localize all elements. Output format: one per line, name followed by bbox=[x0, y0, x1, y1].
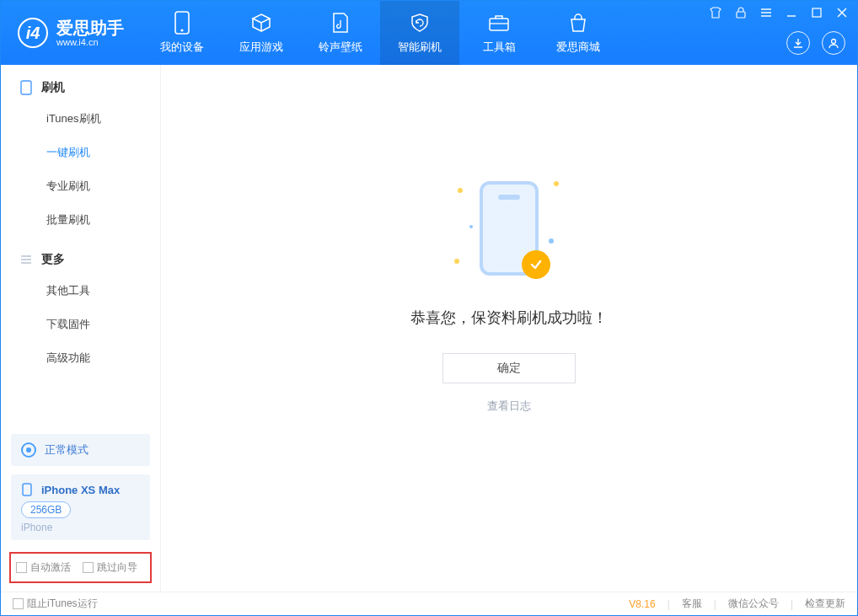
nav-label: 爱思商城 bbox=[556, 40, 600, 55]
sidebar-item-itunes-flash[interactable]: iTunes刷机 bbox=[1, 102, 160, 136]
sidebar-item-pro-flash[interactable]: 专业刷机 bbox=[1, 169, 160, 203]
nav-apps-games[interactable]: 应用游戏 bbox=[222, 1, 301, 65]
svg-rect-7 bbox=[23, 484, 31, 495]
checkbox-box-icon bbox=[13, 598, 24, 609]
success-illustration bbox=[454, 174, 564, 284]
sidebar-item-download-firmware[interactable]: 下载固件 bbox=[1, 308, 160, 341]
checkbox-box-icon bbox=[16, 562, 27, 573]
app-url: www.i4.cn bbox=[56, 37, 124, 47]
tshirt-icon[interactable] bbox=[707, 4, 724, 21]
top-nav: 我的设备 应用游戏 铃声壁纸 智能刷机 工具箱 bbox=[142, 1, 618, 65]
window-controls bbox=[707, 4, 850, 21]
music-file-icon bbox=[329, 11, 352, 35]
device-name: iPhone XS Max bbox=[41, 484, 120, 496]
group-label: 更多 bbox=[41, 252, 65, 267]
success-message: 恭喜您，保资料刷机成功啦！ bbox=[410, 308, 608, 328]
svg-point-1 bbox=[180, 29, 183, 31]
header-actions bbox=[786, 31, 845, 55]
device-card[interactable]: iPhone XS Max 256GB iPhone bbox=[11, 474, 150, 540]
menu-icon[interactable] bbox=[758, 4, 775, 21]
phone-small-icon bbox=[21, 483, 35, 496]
checkbox-box-icon bbox=[83, 562, 94, 573]
device-icon bbox=[19, 81, 33, 94]
nav-my-device[interactable]: 我的设备 bbox=[142, 1, 222, 65]
app-name: 爱思助手 bbox=[56, 19, 124, 37]
support-link[interactable]: 客服 bbox=[682, 597, 702, 611]
nav-label: 我的设备 bbox=[160, 40, 204, 55]
briefcase-icon bbox=[487, 11, 511, 35]
nav-label: 铃声壁纸 bbox=[319, 40, 362, 55]
svg-rect-3 bbox=[737, 12, 745, 18]
sidebar-group-more: 更多 bbox=[1, 237, 160, 274]
shopping-bag-icon bbox=[566, 11, 590, 35]
svg-rect-2 bbox=[490, 19, 508, 30]
svg-rect-6 bbox=[21, 81, 31, 94]
logo-text: 爱思助手 www.i4.cn bbox=[56, 19, 124, 47]
cube-icon bbox=[249, 11, 273, 35]
phone-icon bbox=[170, 11, 194, 35]
maximize-icon[interactable] bbox=[808, 4, 825, 21]
version-label: V8.16 bbox=[629, 598, 655, 610]
checkbox-label: 阻止iTunes运行 bbox=[27, 597, 98, 611]
nav-rings-wallpapers[interactable]: 铃声壁纸 bbox=[301, 1, 380, 65]
sidebar-item-batch-flash[interactable]: 批量刷机 bbox=[1, 203, 160, 237]
nav-smart-flash[interactable]: 智能刷机 bbox=[380, 1, 459, 65]
close-icon[interactable] bbox=[834, 4, 850, 21]
refresh-shield-icon bbox=[408, 11, 432, 35]
checkbox-label: 跳过向导 bbox=[97, 560, 137, 575]
nav-label: 应用游戏 bbox=[239, 40, 283, 55]
checkbox-auto-activate[interactable]: 自动激活 bbox=[16, 560, 71, 575]
nav-toolbox[interactable]: 工具箱 bbox=[459, 1, 539, 65]
mode-label: 正常模式 bbox=[45, 442, 88, 458]
download-button[interactable] bbox=[786, 31, 810, 55]
checkmark-badge-icon bbox=[522, 250, 550, 279]
device-storage: 256GB bbox=[21, 501, 71, 518]
lock-icon[interactable] bbox=[732, 4, 749, 21]
sidebar-item-oneclick-flash[interactable]: 一键刷机 bbox=[1, 136, 160, 169]
check-update-link[interactable]: 检查更新 bbox=[805, 597, 845, 611]
nav-label: 工具箱 bbox=[483, 40, 516, 55]
list-icon bbox=[19, 253, 33, 266]
sidebar-item-other-tools[interactable]: 其他工具 bbox=[1, 274, 160, 308]
sidebar-item-advanced[interactable]: 高级功能 bbox=[1, 341, 160, 375]
sidebar-group-flash: 刷机 bbox=[1, 65, 160, 102]
group-label: 刷机 bbox=[41, 80, 65, 95]
device-type: iPhone bbox=[21, 522, 140, 533]
checkbox-label: 自动激活 bbox=[30, 560, 71, 575]
logo[interactable]: i4 爱思助手 www.i4.cn bbox=[1, 1, 142, 65]
checkbox-block-itunes[interactable]: 阻止iTunes运行 bbox=[13, 597, 98, 611]
ok-button[interactable]: 确定 bbox=[442, 353, 576, 383]
logo-icon: i4 bbox=[18, 18, 48, 48]
svg-rect-4 bbox=[812, 8, 821, 17]
minimize-icon[interactable] bbox=[783, 4, 800, 21]
view-log-link[interactable]: 查看日志 bbox=[487, 399, 531, 414]
flash-options-row: 自动激活 跳过向导 bbox=[9, 552, 152, 583]
mode-card-normal[interactable]: 正常模式 bbox=[11, 434, 150, 466]
wechat-link[interactable]: 微信公众号 bbox=[728, 597, 779, 611]
sidebar: 刷机 iTunes刷机 一键刷机 专业刷机 批量刷机 更多 其他工具 下载固件 … bbox=[1, 65, 161, 592]
nav-label: 智能刷机 bbox=[398, 40, 442, 55]
app-header: i4 爱思助手 www.i4.cn 我的设备 应用游戏 铃声壁纸 bbox=[1, 1, 857, 65]
mode-icon bbox=[21, 442, 36, 458]
profile-button[interactable] bbox=[822, 31, 845, 55]
svg-point-5 bbox=[832, 40, 836, 44]
nav-store[interactable]: 爱思商城 bbox=[539, 1, 618, 65]
status-bar: 阻止iTunes运行 V8.16 | 客服 | 微信公众号 | 检查更新 bbox=[1, 592, 857, 615]
checkbox-skip-guide[interactable]: 跳过向导 bbox=[83, 560, 137, 575]
main-content: 恭喜您，保资料刷机成功啦！ 确定 查看日志 bbox=[161, 65, 857, 592]
